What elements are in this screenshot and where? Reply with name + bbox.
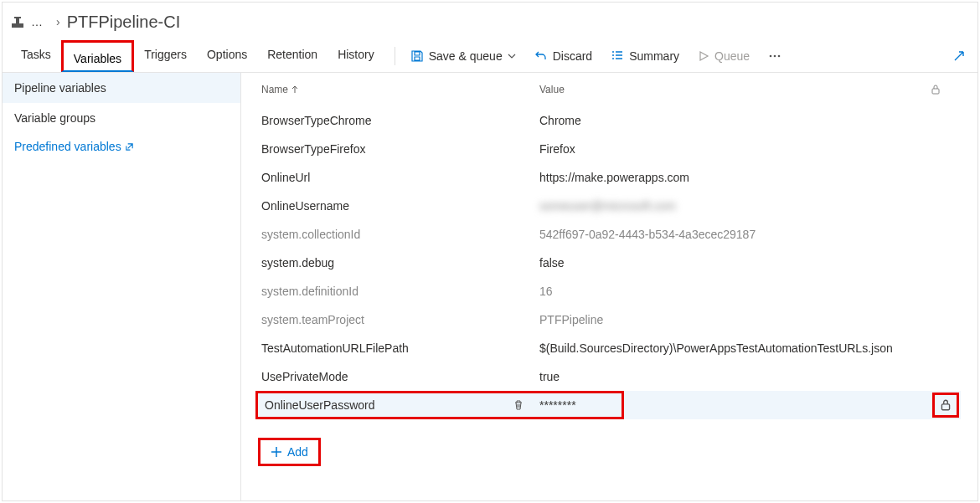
header-lock (931, 84, 961, 95)
tab-retention[interactable]: Retention (257, 38, 328, 70)
variable-name[interactable]: system.debug (258, 256, 539, 269)
discard-button[interactable]: Discard (529, 49, 597, 63)
sidebar-link-predefined-variables[interactable]: Predefined variables (3, 133, 240, 160)
variable-name[interactable]: UsePrivateMode (258, 370, 539, 383)
save-queue-button[interactable]: Save & queue (405, 49, 521, 63)
selected-row-highlight: OnlineUserPassword ******** (255, 391, 624, 419)
toolbar-separator (395, 47, 395, 65)
undo-icon (534, 49, 548, 63)
svg-point-4 (774, 54, 776, 57)
header-name[interactable]: Name (258, 84, 539, 95)
sidebar-item-pipeline-variables[interactable]: Pipeline variables (3, 73, 240, 103)
tab-variables[interactable]: Variables (61, 40, 134, 72)
save-icon (410, 49, 424, 63)
variable-value[interactable]: 542ff697-0a92-4443-b534-4a3ecec29187 (539, 228, 931, 241)
tab-tasks[interactable]: Tasks (11, 38, 61, 70)
more-button[interactable] (763, 49, 787, 63)
variable-value[interactable]: 16 (539, 285, 931, 298)
variable-value[interactable]: false (539, 256, 931, 269)
variable-value[interactable]: true (539, 370, 931, 383)
sort-asc-icon (291, 85, 298, 94)
save-queue-label: Save & queue (429, 49, 503, 63)
variable-name[interactable]: BrowserTypeChrome (258, 114, 539, 127)
table-row[interactable]: OnlineUsernamesomeuser@microsoft.com (258, 192, 961, 220)
toolbar: Tasks Variables Triggers Options Retenti… (3, 39, 977, 73)
breadcrumb-ellipsis[interactable]: … (31, 15, 43, 28)
tab-options[interactable]: Options (197, 38, 257, 70)
table-row[interactable]: UsePrivateModetrue (258, 362, 961, 391)
variables-table: BrowserTypeChromeChromeBrowserTypeFirefo… (258, 106, 961, 391)
pipeline-icon (11, 15, 24, 28)
table-row[interactable]: system.teamProjectPTFPipeline (258, 305, 961, 334)
variable-value[interactable]: Firefox (539, 142, 931, 156)
breadcrumb-separator: › (56, 15, 60, 28)
chevron-down-icon (508, 52, 516, 60)
variable-name[interactable]: system.definitionId (258, 285, 539, 298)
lock-cell (931, 393, 961, 418)
sidebar-item-variable-groups[interactable]: Variable groups (3, 103, 240, 133)
svg-rect-2 (14, 17, 21, 18)
table-header: Name Value (258, 73, 961, 106)
expand-icon (952, 49, 966, 63)
summary-icon (611, 49, 624, 63)
page-title: PTFPipeline-CI (67, 13, 181, 32)
header-value[interactable]: Value (539, 84, 931, 95)
queue-button: Queue (693, 49, 755, 63)
variable-name[interactable]: TestAutomationURLFilePath (258, 341, 539, 355)
main-body: Pipeline variables Variable groups Prede… (3, 73, 977, 500)
svg-rect-7 (941, 404, 949, 410)
variable-value[interactable]: ******** (539, 398, 620, 412)
summary-label: Summary (629, 49, 679, 63)
table-row[interactable]: system.collectionId542ff697-0a92-4443-b5… (258, 220, 961, 249)
breadcrumb: … › PTFPipeline-CI (3, 3, 977, 39)
discard-label: Discard (553, 49, 592, 63)
table-row-selected[interactable]: OnlineUserPassword ******** (258, 391, 961, 419)
delete-icon[interactable] (513, 399, 524, 411)
tab-bar: Tasks Variables Triggers Options Retenti… (11, 38, 384, 74)
lock-toggle[interactable] (932, 393, 959, 418)
summary-button[interactable]: Summary (606, 49, 684, 63)
tab-history[interactable]: History (328, 38, 384, 70)
tab-triggers[interactable]: Triggers (134, 38, 197, 70)
play-icon (698, 50, 709, 62)
svg-rect-0 (12, 23, 23, 28)
variable-name[interactable]: OnlineUrl (258, 171, 539, 184)
add-button[interactable]: Add (258, 438, 321, 466)
sidebar: Pipeline variables Variable groups Prede… (3, 73, 241, 500)
ellipsis-icon (768, 49, 781, 63)
table-row[interactable]: BrowserTypeFirefoxFirefox (258, 135, 961, 163)
add-label: Add (287, 445, 308, 459)
header-name-text: Name (261, 84, 288, 95)
variable-name[interactable]: BrowserTypeFirefox (258, 142, 539, 156)
svg-point-3 (770, 54, 772, 57)
variable-value[interactable]: someuser@microsoft.com (539, 199, 931, 213)
table-row[interactable]: TestAutomationURLFilePath$(Build.Sources… (258, 334, 961, 362)
plus-icon (271, 446, 282, 458)
queue-label: Queue (714, 49, 750, 63)
table-row[interactable]: system.definitionId16 (258, 277, 961, 305)
variable-value[interactable]: $(Build.SourcesDirectory)\PowerAppsTestA… (539, 341, 931, 355)
variable-name[interactable]: system.collectionId (258, 228, 539, 241)
variable-name[interactable]: system.teamProject (258, 313, 539, 326)
table-row[interactable]: system.debugfalse (258, 249, 961, 277)
variable-value[interactable]: PTFPipeline (539, 313, 931, 326)
svg-rect-1 (16, 18, 19, 23)
app-frame: … › PTFPipeline-CI Tasks Variables Trigg… (2, 2, 978, 501)
table-row[interactable]: OnlineUrlhttps://make.powerapps.com (258, 163, 961, 192)
expand-button[interactable] (949, 49, 969, 63)
predefined-variables-label: Predefined variables (14, 140, 121, 153)
table-row[interactable]: BrowserTypeChromeChrome (258, 106, 961, 135)
variable-value[interactable]: https://make.powerapps.com (539, 171, 931, 184)
main-content: Name Value BrowserTypeChromeChromeBrowse… (241, 73, 977, 500)
svg-rect-6 (932, 89, 939, 94)
variable-name[interactable]: OnlineUserPassword (261, 398, 509, 412)
svg-point-5 (778, 54, 781, 57)
variable-value[interactable]: Chrome (539, 114, 931, 127)
variable-name[interactable]: OnlineUsername (258, 199, 539, 213)
open-new-icon (125, 142, 134, 151)
